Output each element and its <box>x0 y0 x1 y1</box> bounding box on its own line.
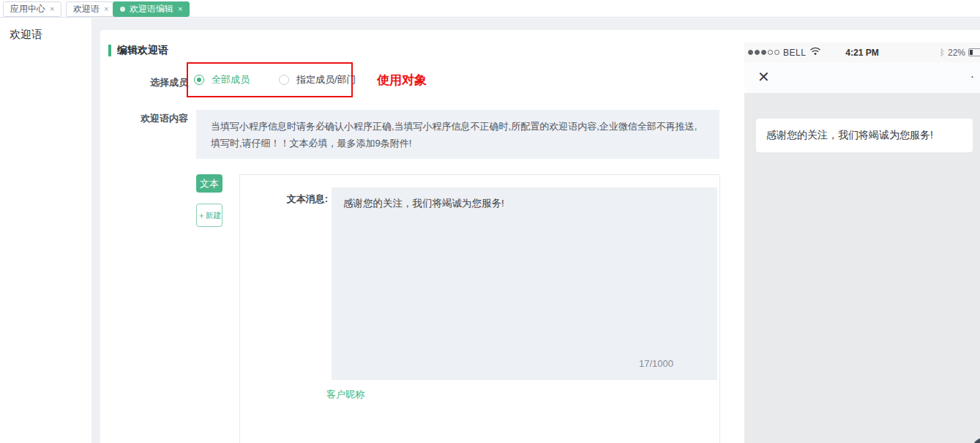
notice-line-1: 当填写小程序信息时请务必确认小程序正确,当填写小程序信息不正确时,所配置的欢迎语… <box>211 118 705 135</box>
section-title: 编辑欢迎语 <box>117 44 168 57</box>
close-icon[interactable]: × <box>104 5 108 13</box>
floating-widget-button[interactable] <box>972 437 980 443</box>
annotation-text: 使用对象 <box>377 72 427 89</box>
screen: 应用中心 × 欢迎语 × 欢迎语编辑 × 欢迎语 编辑欢迎语 选择成员 全部成员 <box>0 0 980 443</box>
add-new-button[interactable]: ＋新建 <box>196 204 222 227</box>
tab-label: 欢迎语 <box>73 3 100 15</box>
customer-nickname-link[interactable]: 客户昵称 <box>326 388 364 401</box>
phone-chat-area: 感谢您的关注，我们将竭诚为您服务! <box>744 93 980 443</box>
member-radio-group: 全部成员 指定成员/部门 <box>194 73 356 86</box>
member-select-label: 选择成员 <box>143 76 188 89</box>
radio-icon[interactable] <box>194 75 204 85</box>
sidebar-item-welcome[interactable]: 欢迎语 <box>10 28 42 42</box>
phone-preview: BELL 4:21 PM ᛒ 22% ✕ · 感谢您的关注，我们将竭诚为您服务! <box>744 42 980 443</box>
message-label: 文本消息: <box>284 193 328 206</box>
tab-bar: 应用中心 × 欢迎语 × 欢迎语编辑 × <box>0 0 980 18</box>
radio-label[interactable]: 指定成员/部门 <box>296 73 356 86</box>
close-icon[interactable]: × <box>50 5 54 13</box>
battery-percent-label: 22% <box>948 48 965 58</box>
battery-icon <box>968 48 980 56</box>
radio-all-members[interactable]: 全部成员 <box>194 73 250 86</box>
active-dot-icon <box>120 7 125 12</box>
chat-message-bubble: 感谢您的关注，我们将竭诚为您服务! <box>756 119 973 152</box>
sidebar: 欢迎语 <box>0 18 91 443</box>
section-header: 编辑欢迎语 <box>108 44 168 57</box>
tab-label: 欢迎语编辑 <box>130 3 173 15</box>
section-accent-bar <box>108 45 111 56</box>
phone-nav-bar: ✕ · <box>744 62 980 93</box>
bluetooth-icon: ᛒ <box>940 48 945 58</box>
tab-welcome[interactable]: 欢迎语 × <box>66 1 116 17</box>
phone-status-bar: BELL 4:21 PM ᛒ 22% <box>744 42 980 62</box>
more-menu-icon: · <box>970 70 974 83</box>
welcome-content-label: 欢迎语内容 <box>123 112 188 125</box>
tab-app-center[interactable]: 应用中心 × <box>3 1 61 17</box>
message-textarea[interactable]: 感谢您的关注，我们将竭诚为您服务! <box>332 187 717 380</box>
notice-line-2: 填写时,请仔细！！文本必填，最多添加9条附件! <box>211 135 705 152</box>
radio-specific-members[interactable]: 指定成员/部门 <box>279 73 356 86</box>
close-icon: ✕ <box>758 68 770 86</box>
close-icon[interactable]: × <box>178 5 182 13</box>
tab-welcome-edit[interactable]: 欢迎语编辑 × <box>113 1 190 17</box>
text-type-tab[interactable]: 文本 <box>196 174 222 193</box>
radio-label[interactable]: 全部成员 <box>212 73 250 86</box>
radio-icon[interactable] <box>279 75 289 85</box>
message-panel: 文本消息: 感谢您的关注，我们将竭诚为您服务! 17/1000 客户昵称 <box>239 174 720 443</box>
status-right-group: ᛒ 22% <box>940 48 980 58</box>
notice-box: 当填写小程序信息时请务必确认小程序正确,当填写小程序信息不正确时,所配置的欢迎语… <box>196 110 719 159</box>
tab-label: 应用中心 <box>10 3 45 15</box>
char-counter: 17/1000 <box>639 358 673 369</box>
